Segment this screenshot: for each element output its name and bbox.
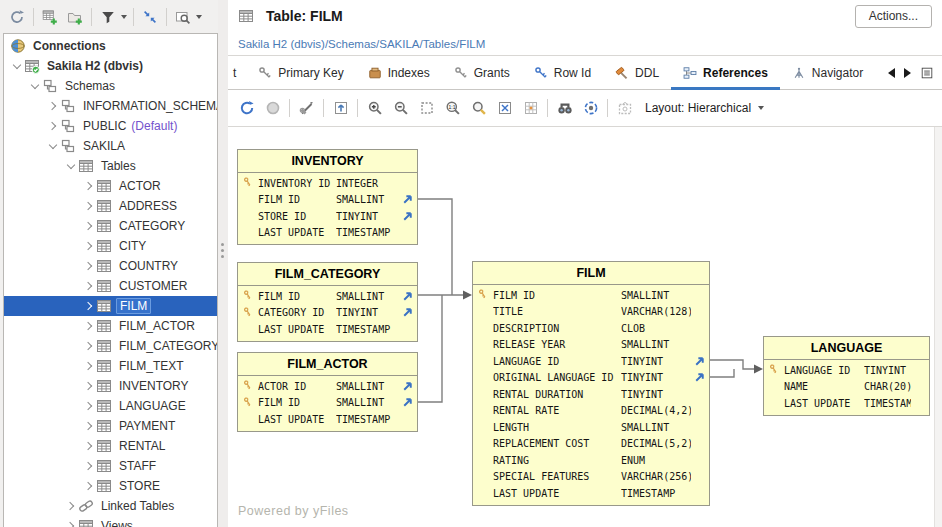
dg-tools-icon[interactable]	[294, 96, 319, 121]
tree-item-store[interactable]: STORE	[4, 476, 217, 496]
chevron-right-icon[interactable]	[82, 459, 96, 473]
dg-fit-icon[interactable]	[492, 96, 517, 121]
entity-title[interactable]: FILM_ACTOR	[238, 353, 417, 376]
foreign-key-arrow-icon[interactable]	[399, 396, 415, 409]
foreign-key-arrow-icon[interactable]	[399, 193, 415, 206]
dg-binoculars-icon[interactable]	[552, 96, 577, 121]
chevron-right-icon[interactable]	[46, 119, 60, 133]
foreign-key-arrow-icon[interactable]	[399, 306, 415, 319]
tree-item-country[interactable]: COUNTRY	[4, 256, 217, 276]
dg-export-icon[interactable]	[328, 96, 353, 121]
chevron-right-icon[interactable]	[82, 239, 96, 253]
add-folder-icon[interactable]	[63, 5, 87, 29]
tab-navigator[interactable]: Navigator	[780, 56, 875, 89]
dg-marquee-icon[interactable]	[414, 96, 439, 121]
tree-item-staff[interactable]: STAFF	[4, 456, 217, 476]
chevron-right-icon[interactable]	[82, 259, 96, 273]
entity-language[interactable]: LANGUAGELANGUAGE_IDTINYINTNAMECHAR(20)LA…	[763, 336, 930, 416]
chevron-right-icon[interactable]	[82, 359, 96, 373]
tree-find-icon[interactable]	[171, 5, 195, 29]
dg-zoom-in-icon[interactable]	[362, 96, 387, 121]
chevron-right-icon[interactable]	[46, 99, 60, 113]
entity-inventory[interactable]: INVENTORYINVENTORY_IDINTEGERFILM_IDSMALL…	[237, 149, 418, 245]
tree-item-customer[interactable]: CUSTOMER	[4, 276, 217, 296]
tab-scroll-right-icon[interactable]	[904, 68, 911, 78]
tree-item-language[interactable]: LANGUAGE	[4, 396, 217, 416]
chevron-right-icon[interactable]	[82, 419, 96, 433]
dg-zoom-sel-icon[interactable]	[466, 96, 491, 121]
tab-list-icon[interactable]	[920, 66, 934, 80]
tree-item-views[interactable]: Views	[4, 516, 217, 527]
dg-grid-icon[interactable]	[518, 96, 543, 121]
filter-icon[interactable]	[96, 5, 120, 29]
dg-zoom-out-icon[interactable]	[388, 96, 413, 121]
tree-refresh-icon[interactable]	[5, 5, 29, 29]
tree-item-sakila[interactable]: SAKILA	[4, 136, 217, 156]
tree-item-film-actor[interactable]: FILM_ACTOR	[4, 316, 217, 336]
entity-title[interactable]: FILM	[473, 262, 709, 285]
chevron-right-icon[interactable]	[82, 219, 96, 233]
panel-splitter[interactable]	[218, 0, 228, 527]
entity-film_actor[interactable]: FILM_ACTORACTOR_IDSMALLINTFILM_IDSMALLIN…	[237, 352, 418, 432]
chevron-right-icon[interactable]	[82, 399, 96, 413]
tree-item-actor[interactable]: ACTOR	[4, 176, 217, 196]
tree-item-rental[interactable]: RENTAL	[4, 436, 217, 456]
chevron-right-icon[interactable]	[64, 519, 78, 527]
chevron-down-icon[interactable]	[64, 159, 78, 173]
chevron-right-icon[interactable]	[82, 299, 96, 313]
chevron-right-icon[interactable]	[82, 179, 96, 193]
foreign-key-arrow-icon[interactable]	[691, 371, 707, 384]
dg-snapshot-icon[interactable]	[612, 96, 637, 121]
chevron-down-icon[interactable]	[46, 139, 60, 153]
tree-item-schemas[interactable]: Schemas	[4, 76, 217, 96]
tree-item-inventory[interactable]: INVENTORY	[4, 376, 217, 396]
dg-overview-icon[interactable]	[578, 96, 603, 121]
entity-title[interactable]: FILM_CATEGORY	[238, 263, 417, 286]
chevron-right-icon[interactable]	[82, 339, 96, 353]
collapse-all-icon[interactable]	[138, 5, 162, 29]
tab-indexes[interactable]: Indexes	[356, 56, 442, 89]
foreign-key-arrow-icon[interactable]	[399, 210, 415, 223]
chevron-right-icon[interactable]	[82, 199, 96, 213]
entity-film[interactable]: FILMFILM_IDSMALLINTTITLEVARCHAR(128)DESC…	[472, 261, 710, 506]
actions-button[interactable]: Actions...	[855, 5, 932, 28]
tree-item-connections[interactable]: Connections	[4, 36, 217, 56]
tree-item-public[interactable]: PUBLIC(Default)	[4, 116, 217, 136]
tree-item-film-category[interactable]: FILM_CATEGORY	[4, 336, 217, 356]
tab-row-id[interactable]: Row Id	[522, 56, 603, 89]
tab-grants[interactable]: Grants	[442, 56, 522, 89]
chevron-down-icon[interactable]	[10, 59, 24, 73]
chevron-right-icon[interactable]	[82, 279, 96, 293]
tree-item-film-text[interactable]: FILM_TEXT	[4, 356, 217, 376]
chevron-right-icon[interactable]	[82, 379, 96, 393]
tree-item-address[interactable]: ADDRESS	[4, 196, 217, 216]
tab-primary-key[interactable]: Primary Key	[246, 56, 355, 89]
foreign-key-arrow-icon[interactable]	[691, 355, 707, 368]
entity-title[interactable]: LANGUAGE	[764, 337, 929, 360]
chevron-right-icon[interactable]	[82, 479, 96, 493]
dg-refresh-icon[interactable]	[234, 96, 259, 121]
tab-overflow-fragment[interactable]: t	[228, 56, 246, 89]
references-diagram-canvas[interactable]: Powered by yFiles INVENTORYINVENTORY_IDI…	[228, 127, 942, 527]
dg-stop-icon[interactable]	[260, 96, 285, 121]
entity-film_category[interactable]: FILM_CATEGORYFILM_IDSMALLINTCATEGORY_IDT…	[237, 262, 418, 342]
tree-item-film[interactable]: FILM	[4, 296, 217, 316]
fk-wire-film-original_language_id[interactable]	[710, 369, 734, 377]
chevron-right-icon[interactable]	[82, 439, 96, 453]
tab-scroll-left-icon[interactable]	[888, 68, 895, 78]
tree-item-linked-tables[interactable]: Linked Tables	[4, 496, 217, 516]
dg-zoom-actual-icon[interactable]: 1:1	[440, 96, 465, 121]
tab-references[interactable]: References	[671, 56, 780, 89]
chevron-down-icon[interactable]	[28, 79, 42, 93]
tree-item-payment[interactable]: PAYMENT	[4, 416, 217, 436]
tree-item-tables[interactable]: Tables	[4, 156, 217, 176]
tree-item-category[interactable]: CATEGORY	[4, 216, 217, 236]
chevron-down-icon[interactable]	[121, 15, 127, 22]
foreign-key-arrow-icon[interactable]	[399, 290, 415, 303]
tree-item-information-schema[interactable]: INFORMATION_SCHEMA	[4, 96, 217, 116]
chevron-down-icon[interactable]	[196, 15, 202, 22]
entity-title[interactable]: INVENTORY	[238, 150, 417, 173]
layout-selector[interactable]: Layout: Hierarchical	[645, 101, 766, 115]
foreign-key-arrow-icon[interactable]	[399, 380, 415, 393]
chevron-right-icon[interactable]	[82, 319, 96, 333]
